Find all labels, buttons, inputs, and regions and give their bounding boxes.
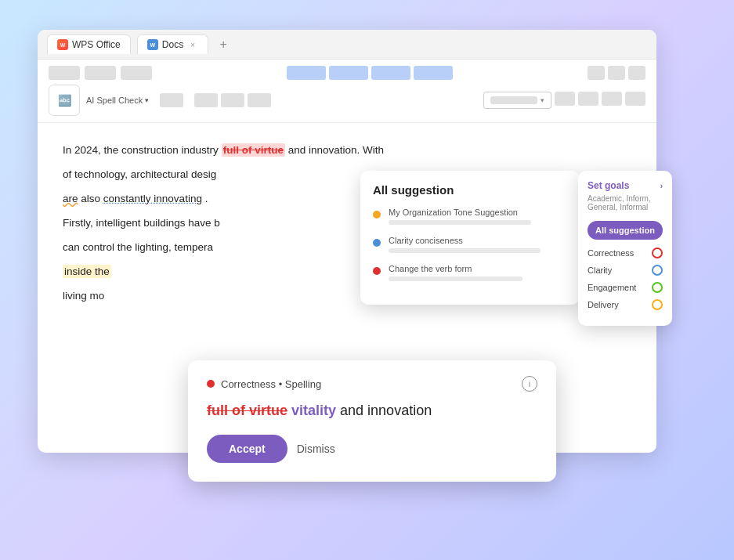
original-word: full of virtue <box>207 403 287 418</box>
suggestion-dot-blue <box>373 239 381 247</box>
dismiss-button[interactable]: Dismiss <box>297 443 335 455</box>
goals-subtitle: Academic, Inform, General, Informal <box>588 194 663 211</box>
suggestion-panel-title: All suggestion <box>373 183 567 197</box>
goal-item-engagement[interactable]: Engagement <box>588 282 663 293</box>
skeleton-block <box>625 92 645 106</box>
doc-text-and-innovation: and innovation. With <box>288 144 384 156</box>
suggestion-content-2: Clarity conciseness <box>389 236 567 253</box>
suggestion-item-title-3: Change the verb form <box>389 264 567 273</box>
set-goals-arrow: › <box>660 182 663 190</box>
spell-check-icon: 🔤 <box>49 85 80 116</box>
correctness-circle <box>652 247 663 258</box>
suggestion-item-2[interactable]: Clarity conciseness <box>373 236 567 253</box>
tab-docs[interactable]: W Docs × <box>137 34 208 54</box>
suggestion-item-title-1: My Organization Tone Suggestion <box>389 208 567 217</box>
skeleton-block <box>555 92 575 106</box>
goal-correctness-label: Correctness <box>588 248 634 258</box>
goals-panel: Set goals › Academic, Inform, General, I… <box>578 171 672 326</box>
goal-item-clarity[interactable]: Clarity <box>588 265 663 276</box>
skeleton-block-blue <box>414 66 453 80</box>
doc-text-start: In 2024, the construction industry <box>63 144 219 156</box>
goal-item-delivery[interactable]: Delivery <box>588 299 663 310</box>
suggestion-dot-orange <box>373 211 381 219</box>
browser-titlebar: W WPS Office W Docs × + <box>38 30 656 60</box>
doc-text-period: . <box>205 193 208 204</box>
rest-text: and innovation <box>340 403 432 418</box>
doc-text-constantly: constantly innovating <box>103 193 202 204</box>
goal-clarity-label: Clarity <box>588 266 612 275</box>
spell-correction-text: full of virtue vitality and innovation <box>207 403 537 419</box>
skeleton-block <box>608 66 625 80</box>
goal-item-correctness[interactable]: Correctness <box>588 247 663 258</box>
skeleton-block-blue <box>371 66 410 80</box>
skeleton-block <box>578 92 598 106</box>
wps-icon: W <box>57 39 68 50</box>
spell-check-label: AI Spell Check ▾ <box>86 96 149 105</box>
skeleton-block <box>602 92 622 106</box>
highlight-full-of-virtue: full of virtue <box>222 143 285 157</box>
suggestion-bar-2 <box>389 248 541 253</box>
skeleton-block <box>628 66 645 80</box>
suggestion-bar-3 <box>389 276 522 281</box>
set-goals-button[interactable]: Set goals › <box>588 180 663 191</box>
spell-popup-header: Correctness • Spelling i <box>207 376 537 392</box>
doc-text-control: can control the lighting, tempera <box>63 241 213 253</box>
suggestion-item-title-2: Clarity conciseness <box>389 236 567 245</box>
accept-button[interactable]: Accept <box>207 435 287 463</box>
clarity-circle <box>652 265 663 276</box>
suggestion-bar-1 <box>389 220 531 225</box>
spell-type-label: Correctness • Spelling <box>207 378 321 390</box>
engagement-circle <box>652 282 663 293</box>
goal-delivery-label: Delivery <box>588 300 619 309</box>
skeleton-block <box>160 93 183 107</box>
all-suggestion-button[interactable]: All suggestion <box>588 221 663 240</box>
doc-text-technology: of technology, architectural desig <box>63 168 216 180</box>
toolbar-skeleton-row1: 🔤 AI Spell Check ▾ ▾ <box>38 60 656 123</box>
skeleton-block <box>588 66 605 80</box>
set-goals-label: Set goals <box>588 180 629 191</box>
delivery-circle <box>652 299 663 310</box>
skeleton-block <box>248 93 271 107</box>
skeleton-block-blue <box>287 66 326 80</box>
suggestion-item-1[interactable]: My Organization Tone Suggestion <box>373 208 567 225</box>
tab-close-icon[interactable]: × <box>187 39 198 50</box>
skeleton-block <box>121 66 152 80</box>
correction-word: vitality <box>291 403 336 418</box>
suggestion-content-3: Change the verb form <box>389 264 567 281</box>
spell-dot-red <box>207 380 215 388</box>
skeleton-block <box>194 93 218 107</box>
skeleton-block <box>221 93 244 107</box>
doc-text-living: living mo <box>63 290 104 302</box>
suggestion-item-3[interactable]: Change the verb form <box>373 264 567 281</box>
info-icon[interactable]: i <box>522 376 537 392</box>
skeleton-block <box>490 96 537 104</box>
goal-engagement-label: Engagement <box>588 283 636 292</box>
doc-text-firstly: Firstly, intelligent buildings have b <box>63 217 220 229</box>
new-tab-button[interactable]: + <box>215 36 232 53</box>
tab-wps-label: WPS Office <box>72 39 121 50</box>
spell-popup-actions: Accept Dismiss <box>207 435 537 463</box>
tab-wps-office[interactable]: W WPS Office <box>47 34 131 54</box>
skeleton-block-blue <box>329 66 368 80</box>
docs-icon: W <box>147 39 158 50</box>
spell-check-area[interactable]: 🔤 AI Spell Check ▾ <box>49 85 149 116</box>
suggestion-panel: All suggestion My Organization Tone Sugg… <box>360 171 580 305</box>
skeleton-block <box>49 66 80 80</box>
doc-text-also: also <box>81 193 103 204</box>
suggestion-content-1: My Organization Tone Suggestion <box>389 208 567 225</box>
skeleton-block <box>85 66 116 80</box>
doc-text-inside: inside the <box>63 265 111 278</box>
dropdown-select[interactable]: ▾ <box>483 92 551 109</box>
doc-text-are: are <box>63 193 78 204</box>
spell-correction-popup: Correctness • Spelling i full of virtue … <box>188 360 556 482</box>
suggestion-dot-pink <box>373 267 381 275</box>
tab-docs-label: Docs <box>162 39 183 50</box>
